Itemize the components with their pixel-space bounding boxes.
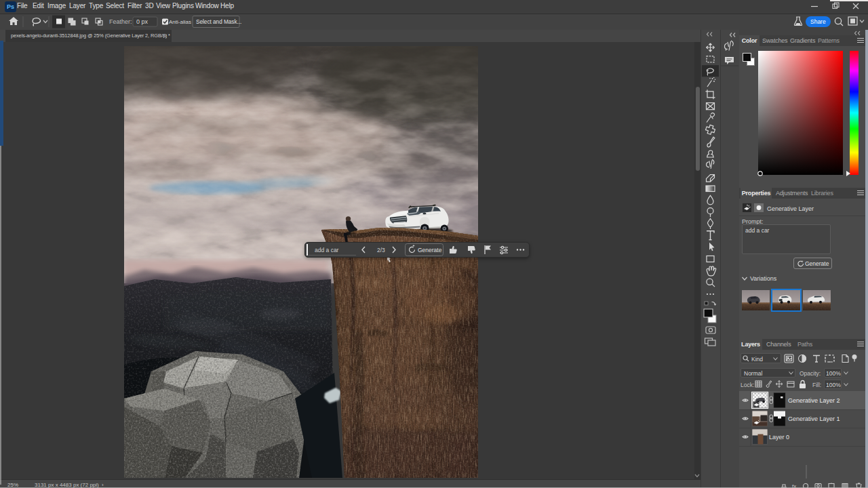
svg-text:0 px: 0 px (136, 18, 149, 25)
svg-text:Anti-alias: Anti-alias (169, 19, 191, 25)
svg-text:Generate: Generate (418, 247, 442, 253)
svg-text:Generative Layer 1: Generative Layer 1 (788, 415, 840, 422)
svg-text:Generative Layer 2: Generative Layer 2 (788, 397, 840, 404)
svg-text:Share: Share (810, 18, 826, 25)
svg-text:Layer 0: Layer 0 (769, 434, 789, 441)
svg-text:Feather:: Feather: (109, 18, 132, 25)
svg-text:2/3: 2/3 (377, 247, 385, 253)
svg-text:Select and Mask...: Select and Mask... (196, 19, 241, 25)
